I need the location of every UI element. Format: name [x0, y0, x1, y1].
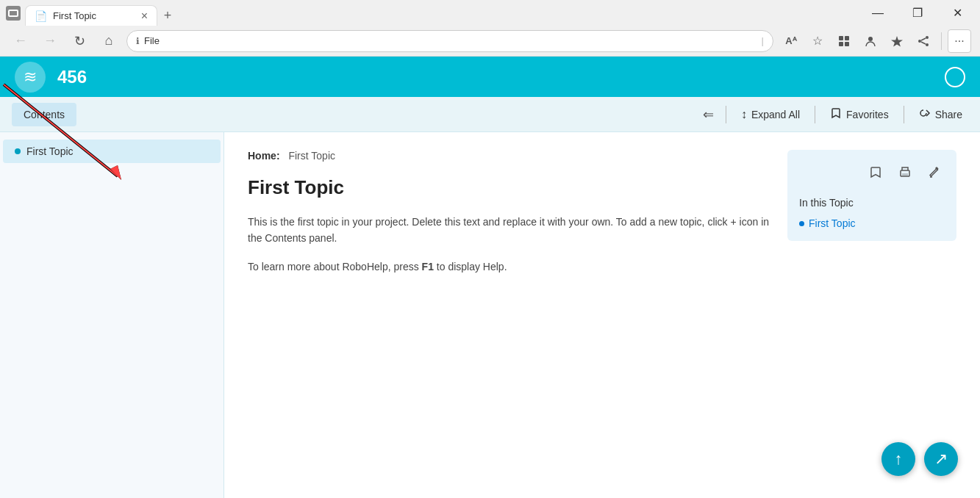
bookmark-icon[interactable]	[865, 162, 886, 182]
address-separator: |	[762, 35, 764, 46]
tab-title: First Topic	[53, 10, 96, 21]
reader-view-button[interactable]: Aᴬ	[779, 29, 803, 53]
svg-rect-1	[845, 36, 849, 40]
toolbar: Contents ⇐ ↕ Expand All Favorites	[0, 97, 980, 132]
collapse-icon: ⇐	[703, 107, 714, 123]
app-logo: ≋	[15, 62, 46, 93]
learn-more-prefix: To learn more about RoboHelp, press	[248, 261, 422, 273]
favorites-star-button[interactable]: ☆	[806, 29, 829, 53]
f1-key: F1	[422, 261, 434, 273]
active-tab[interactable]: 📄 First Topic ×	[25, 5, 157, 26]
favorites-icon	[830, 107, 842, 121]
address-info-icon: ℹ	[136, 36, 140, 46]
back-button[interactable]: ←	[9, 29, 32, 53]
expand-all-button[interactable]: ↕ Expand All	[735, 105, 806, 124]
nav-separator	[941, 32, 942, 50]
sidebar-item-first-topic[interactable]: First Topic	[3, 140, 221, 163]
content-main: Home: First Topic First Topic This is th…	[248, 150, 770, 480]
svg-line-8	[921, 38, 926, 40]
window-controls: — ❐ ✕	[861, 2, 974, 24]
menu-button[interactable]: ···	[948, 29, 971, 53]
title-bar-left: 📄 First Topic × +	[6, 0, 858, 26]
content-area: Home: First Topic First Topic This is th…	[224, 132, 980, 498]
share-label: Share	[935, 109, 962, 120]
svg-point-4	[868, 37, 873, 41]
home-button[interactable]: ⌂	[97, 29, 121, 53]
floating-buttons: ↑ ↗	[881, 442, 958, 476]
address-text: File	[144, 35, 757, 46]
toolbar-separator-2	[815, 106, 815, 123]
share-button[interactable]	[912, 29, 935, 53]
navigation-bar: ← → ↻ ⌂ ℹ File | Aᴬ ☆ ···	[0, 26, 980, 57]
expand-all-label: Expand All	[751, 109, 800, 120]
main-layout: First Topic Home: First Topic First Topi…	[0, 132, 980, 498]
extensions-button[interactable]	[832, 29, 856, 53]
svg-rect-2	[839, 42, 843, 46]
breadcrumb-current: First Topic	[288, 150, 335, 162]
favorites-label: Favorites	[846, 109, 889, 120]
logo-waves-icon: ≋	[24, 68, 37, 87]
app-header: ≋ 456	[0, 57, 980, 97]
close-button[interactable]: ✕	[940, 2, 974, 24]
header-right	[945, 67, 965, 87]
minimize-button[interactable]: —	[861, 2, 895, 24]
tab-bar: 📄 First Topic × +	[25, 0, 178, 26]
panel-label: In this Topic	[799, 197, 945, 209]
refresh-button[interactable]: ↻	[68, 29, 91, 53]
print-icon[interactable]	[895, 162, 915, 182]
profile-button[interactable]	[859, 29, 882, 53]
breadcrumb: Home: First Topic	[248, 150, 770, 162]
collapse-button[interactable]: ⇐	[703, 107, 714, 123]
svg-rect-3	[845, 42, 849, 46]
contents-button[interactable]: Contents	[12, 103, 76, 126]
svg-point-7	[926, 43, 929, 46]
app-title: 456	[57, 67, 87, 87]
collections-button[interactable]	[885, 29, 909, 53]
breadcrumb-home: Home:	[248, 150, 280, 162]
page-body-2: To learn more about RoboHelp, press F1 t…	[248, 259, 770, 275]
svg-point-6	[918, 40, 921, 43]
in-this-topic-panel: In this Topic First Topic	[787, 150, 956, 241]
share-icon	[919, 107, 931, 121]
header-circle-icon	[945, 67, 965, 87]
forward-button[interactable]: →	[38, 29, 62, 53]
sidebar-item-dot	[15, 148, 21, 154]
tab-file-icon: 📄	[35, 10, 47, 22]
sidebar-item-label: First Topic	[26, 145, 74, 157]
expand-all-icon: ↕	[741, 108, 747, 121]
app-content: ≋ 456 Contents ⇐ ↕ Expand All	[0, 57, 980, 498]
sidebar: First Topic	[0, 132, 224, 498]
svg-line-9	[921, 42, 926, 44]
toolbar-separator-1	[726, 106, 726, 123]
tab-close-button[interactable]: ×	[141, 10, 148, 23]
nav-right-icons: Aᴬ ☆ ···	[779, 29, 971, 53]
svg-point-5	[926, 36, 929, 39]
panel-icons	[799, 162, 945, 182]
edit-icon[interactable]	[924, 162, 945, 182]
learn-more-suffix: to display Help.	[434, 261, 507, 273]
panel-link-label: First Topic	[809, 217, 856, 229]
toolbar-separator-3	[904, 106, 904, 123]
title-bar: 📄 First Topic × + — ❐ ✕	[0, 0, 980, 26]
expand-view-button[interactable]: ↗	[924, 442, 958, 476]
address-bar[interactable]: ℹ File |	[126, 30, 773, 52]
svg-rect-0	[839, 36, 843, 40]
new-tab-button[interactable]: +	[157, 5, 178, 26]
panel-link-dot	[799, 221, 804, 226]
restore-button[interactable]: ❐	[901, 2, 934, 24]
share-button[interactable]: Share	[913, 104, 968, 124]
panel-link-first-topic[interactable]: First Topic	[799, 217, 945, 229]
page-title: First Topic	[248, 176, 770, 199]
scroll-to-top-button[interactable]: ↑	[881, 442, 915, 476]
favorites-button[interactable]: Favorites	[824, 104, 895, 124]
page-body-1: This is the first topic in your project.…	[248, 214, 770, 247]
svg-rect-11	[902, 173, 908, 176]
